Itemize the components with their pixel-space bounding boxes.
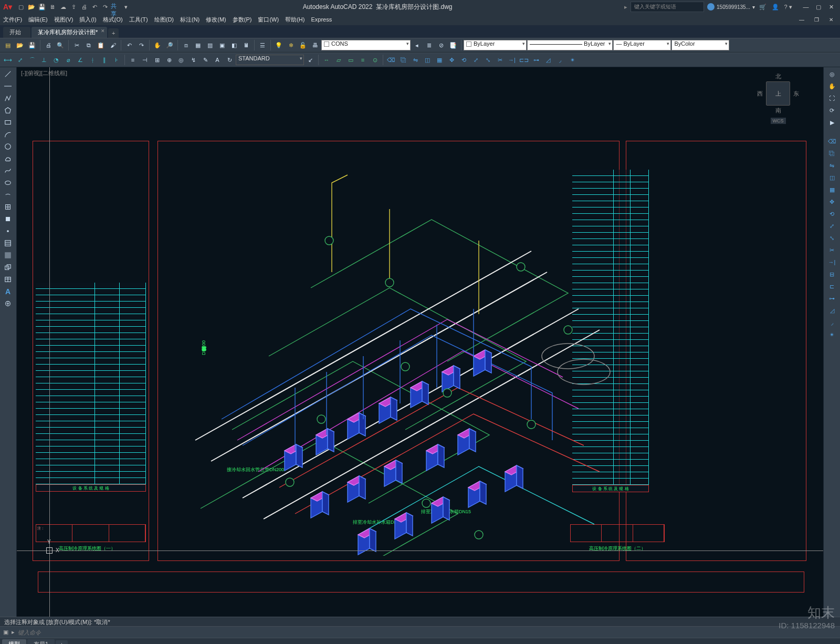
pan-icon[interactable]: ✋ — [152, 39, 163, 51]
spline-icon[interactable] — [1, 165, 15, 176]
menu-dim[interactable]: 标注(N) — [180, 16, 200, 24]
qat-save-icon[interactable]: 💾 — [37, 2, 47, 12]
linetype-control[interactable]: ByLayer — [527, 40, 613, 50]
menu-help[interactable]: 帮助(H) — [285, 16, 304, 24]
markup-icon[interactable]: ◧ — [228, 39, 240, 51]
nav-zoomext-icon[interactable]: ⛶ — [825, 92, 839, 104]
revcloud-icon[interactable] — [1, 153, 15, 164]
line-icon[interactable] — [1, 68, 15, 80]
ellipse-icon[interactable] — [1, 177, 15, 189]
menu-edit[interactable]: 编辑(E) — [28, 16, 48, 24]
mirror-icon[interactable]: ⇋ — [410, 54, 421, 66]
erase-icon[interactable]: ⌫ — [385, 54, 397, 66]
dim-edit-icon[interactable]: ✎ — [200, 54, 211, 66]
user-chip[interactable]: 1505999135...▾ — [707, 3, 755, 11]
dim-linear-icon[interactable]: ⟷ — [2, 54, 14, 66]
viewcube-east[interactable]: 东 — [793, 90, 799, 98]
list-icon[interactable]: ≡ — [357, 54, 369, 66]
command-line[interactable]: ▣ ▸ — [0, 626, 840, 638]
xline-icon[interactable] — [1, 80, 15, 92]
qat-new-icon[interactable]: ▢ — [16, 2, 26, 12]
tab-add-button[interactable]: + — [108, 28, 119, 38]
scale-icon[interactable]: ⤢ — [470, 54, 481, 66]
layer-prev-icon[interactable]: ◂ — [411, 39, 423, 51]
mod-rotate-icon[interactable]: ⟲ — [825, 208, 839, 220]
dim-tedit-icon[interactable]: A — [212, 54, 223, 66]
tab-start[interactable]: 开始 — [3, 27, 30, 38]
ellipse-arc-icon[interactable] — [1, 189, 15, 201]
mod-explode-icon[interactable]: ✴ — [825, 329, 839, 340]
id-icon[interactable]: ⊙ — [369, 54, 381, 66]
sheetset-icon[interactable]: ▣ — [216, 39, 228, 51]
tab-model[interactable]: 模型 — [2, 639, 26, 644]
new-icon[interactable]: ▤ — [2, 39, 14, 51]
mod-extend-icon[interactable]: →| — [825, 256, 839, 268]
trim-icon[interactable]: ✂ — [494, 54, 506, 66]
mod-chamfer-icon[interactable]: ◿ — [825, 305, 839, 316]
qat-cloud-save-icon[interactable]: ⇪ — [69, 2, 78, 12]
maximize-button[interactable]: ▢ — [813, 2, 824, 12]
mod-move-icon[interactable]: ✥ — [825, 196, 839, 207]
mod-fillet-icon[interactable]: ◞ — [825, 317, 839, 328]
paste-icon[interactable]: 📋 — [95, 39, 107, 51]
layer-plot-icon[interactable]: 🖶 — [309, 39, 321, 51]
area-icon[interactable]: ▱ — [333, 54, 344, 66]
dim-update-icon[interactable]: ↻ — [224, 54, 235, 66]
distance-icon[interactable]: ↔ — [321, 54, 332, 66]
hatch-icon[interactable] — [1, 237, 15, 249]
menu-tools[interactable]: 工具(T) — [129, 16, 148, 24]
polyline-icon[interactable] — [1, 92, 15, 104]
menu-view[interactable]: 视图(V) — [54, 16, 74, 24]
layer-combo[interactable]: CONS — [321, 40, 411, 50]
explode-icon[interactable]: ✴ — [566, 54, 578, 66]
menu-draw[interactable]: 绘图(D) — [154, 16, 174, 24]
dim-quick-icon[interactable]: ⟊ — [87, 54, 98, 66]
menu-express[interactable]: Express — [311, 16, 332, 23]
plotstyle-control[interactable]: ByColor — [671, 40, 729, 50]
mod-breakpt-icon[interactable]: ⊟ — [825, 268, 839, 280]
search-input[interactable]: 键入关键字或短语 — [631, 2, 704, 12]
rotate-icon[interactable]: ⟲ — [458, 54, 469, 66]
properties-icon[interactable]: ⧈ — [180, 39, 192, 51]
region-icon[interactable]: ▭ — [345, 54, 356, 66]
redo-icon[interactable]: ↷ — [135, 39, 147, 51]
qat-plot-icon[interactable]: 🖨 — [79, 2, 89, 12]
dim-angular-icon[interactable]: ∠ — [75, 54, 86, 66]
arc-icon[interactable] — [1, 129, 15, 140]
copy2-icon[interactable]: ⿻ — [397, 54, 409, 66]
addselected-icon[interactable] — [1, 298, 15, 309]
menu-file[interactable]: 文件(F) — [3, 16, 22, 24]
mod-mirror-icon[interactable]: ⇋ — [825, 160, 839, 171]
dim-space-icon[interactable]: ≡ — [127, 54, 139, 66]
break-icon[interactable]: ⊏⊐ — [518, 54, 530, 66]
match-icon[interactable]: 🖌 — [107, 39, 119, 51]
drawing-canvas[interactable]: [-][俯视][二维线框] 设 备 系 统 及 规 格 注： 高压制冷原理系统图… — [17, 67, 823, 617]
polygon-icon[interactable] — [1, 105, 15, 116]
doc-close-button[interactable]: ✕ — [825, 15, 837, 24]
save-icon[interactable]: 💾 — [26, 39, 38, 51]
tab-add-layout[interactable]: + — [56, 640, 67, 645]
region2-icon[interactable] — [1, 262, 15, 273]
table-icon[interactable] — [1, 274, 15, 285]
viewcube-top-face[interactable]: 上 — [766, 81, 790, 106]
center-mark-icon[interactable]: ⊕ — [163, 54, 175, 66]
print-icon[interactable]: 🖨 — [43, 39, 54, 51]
rectangle-icon[interactable] — [1, 117, 15, 128]
jog-icon[interactable]: ↯ — [187, 54, 199, 66]
tab-layout1[interactable]: 布局1 — [27, 639, 55, 644]
mod-copy-icon[interactable]: ⿻ — [825, 148, 839, 159]
viewcube-north[interactable]: 北 — [757, 72, 799, 80]
nav-pan-icon[interactable]: ✋ — [825, 80, 839, 92]
doc-restore-button[interactable]: ❐ — [811, 15, 822, 24]
help-icon[interactable]: ? ▾ — [783, 2, 793, 12]
layer-bulb-icon[interactable]: 💡 — [273, 39, 285, 51]
mod-break-icon[interactable]: ⊏ — [825, 281, 839, 292]
color-control[interactable]: ByLayer — [464, 40, 527, 50]
lineweight-control[interactable]: — ByLayer — [613, 40, 671, 50]
mtext-icon[interactable]: A — [1, 286, 15, 297]
dim-continue-icon[interactable]: ⊦ — [111, 54, 122, 66]
join-icon[interactable]: ⊶ — [530, 54, 542, 66]
point-icon[interactable] — [1, 225, 15, 237]
minimize-button[interactable]: — — [800, 2, 812, 12]
dim-arc-icon[interactable]: ⌒ — [26, 54, 38, 66]
